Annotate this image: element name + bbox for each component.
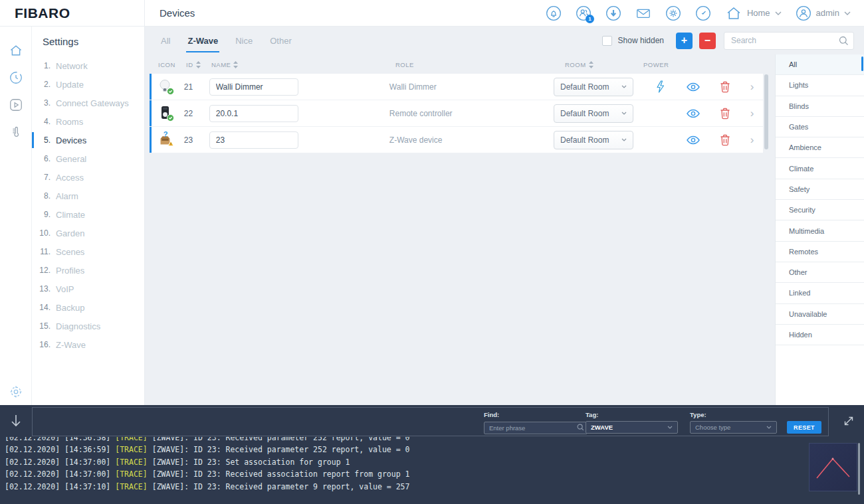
sidebar-item-update[interactable]: 2.Update [32, 75, 144, 94]
device-id: 23 [184, 135, 209, 145]
device-name-input[interactable] [209, 131, 298, 149]
tab-all[interactable]: All [161, 27, 170, 54]
settings-gear-icon[interactable] [665, 5, 681, 21]
sidebar-item-profiles[interactable]: 12.Profiles [32, 261, 144, 280]
sidebar-item-voip[interactable]: 13.VoIP [32, 280, 144, 298]
category-lights[interactable]: Lights [776, 75, 864, 96]
room-select[interactable]: Default Room [554, 131, 633, 149]
category-gates[interactable]: Gates [776, 117, 864, 137]
category-linked[interactable]: Linked [776, 283, 864, 303]
console-scrollbar[interactable] [858, 443, 860, 495]
visibility-button[interactable] [677, 109, 709, 118]
sidebar-item-access[interactable]: 7.Access [32, 168, 144, 187]
expand-console-icon[interactable] [842, 414, 855, 428]
col-name[interactable]: NAME [211, 61, 238, 68]
tab-zwave[interactable]: Z-Wave [187, 27, 218, 54]
users-icon[interactable]: 1 [576, 5, 592, 21]
sidebar-item-connect-gateways[interactable]: 3.Connect Gateways [32, 94, 144, 112]
sort-icon [233, 61, 238, 68]
sidebar-item-scenes[interactable]: 11.Scenes [32, 242, 144, 261]
chevron-down-icon [621, 85, 627, 88]
add-device-button[interactable]: + [676, 33, 693, 49]
category-blinds[interactable]: Blinds [776, 96, 864, 117]
sidebar-item-rooms[interactable]: 4.Rooms [32, 112, 144, 131]
lightning-icon [656, 80, 665, 93]
category-scrollbar[interactable] [861, 56, 863, 71]
find-group: Find: [484, 411, 588, 434]
chevron-down-icon [844, 11, 851, 15]
remove-device-button[interactable]: − [699, 33, 716, 49]
table-row[interactable]: 21 Walli Dimmer Default Room [150, 74, 763, 100]
clock-icon[interactable] [695, 5, 711, 21]
category-climate[interactable]: Climate [776, 158, 864, 179]
sidebar-item-backup[interactable]: 14.Backup [32, 298, 144, 317]
search-input[interactable] [724, 32, 854, 50]
col-id[interactable]: ID [186, 61, 201, 68]
sidebar-item-garden[interactable]: 10.Garden [32, 224, 144, 242]
reset-button[interactable]: RESET [787, 421, 821, 434]
sidebar-item-zwave[interactable]: 16.Z-Wave [32, 335, 144, 354]
sidebar-item-general[interactable]: 6.General [32, 149, 144, 168]
delete-button[interactable] [709, 81, 741, 93]
top-icon-bar: 1 [546, 5, 864, 22]
category-unavailable[interactable]: Unavailable [776, 304, 864, 325]
row-expand-chevron[interactable]: › [741, 107, 763, 120]
rail-home-icon[interactable] [8, 42, 24, 58]
room-select[interactable]: Default Room [554, 104, 633, 123]
rail-climate-icon[interactable] [8, 124, 24, 140]
tag-select[interactable]: ZWAVE [586, 421, 678, 434]
tab-other[interactable]: Other [270, 27, 292, 54]
type-select[interactable]: Choose type [690, 421, 777, 434]
category-hidden[interactable]: Hidden [776, 325, 864, 345]
visibility-button[interactable] [677, 135, 709, 145]
home-selector[interactable]: Home [725, 5, 782, 22]
category-other[interactable]: Other [776, 262, 864, 283]
sidebar-item-climate[interactable]: 9.Climate [32, 205, 144, 224]
notification-badge: 1 [586, 15, 594, 23]
row-expand-chevron[interactable]: › [741, 80, 763, 94]
category-safety[interactable]: Safety [776, 179, 864, 200]
table-scrollbar[interactable] [764, 74, 768, 149]
table-row[interactable]: 22 Remote controller Default Room [150, 100, 763, 127]
room-select[interactable]: Default Room [554, 78, 633, 96]
console-lines: [02.12.2020] [14:36:58][TRACE][ZWAVE]: I… [0, 437, 864, 493]
home-label: Home [747, 8, 770, 18]
category-multimedia[interactable]: Multimedia [776, 220, 864, 241]
category-security[interactable]: Security [776, 200, 864, 220]
sidebar-item-devices[interactable]: 5.Devices [32, 131, 144, 149]
sort-icon [196, 61, 201, 68]
table-row[interactable]: ? ! 23 Z-Wave device Default Room [150, 127, 763, 153]
sidebar-item-network[interactable]: 1.Network [32, 56, 144, 75]
category-remotes[interactable]: Remotes [776, 242, 864, 262]
device-icon-unknown: ? ! [150, 130, 184, 150]
collapse-arrow-icon[interactable] [10, 414, 22, 428]
rail-settings-icon[interactable] [8, 384, 24, 400]
device-name-input[interactable] [209, 78, 298, 96]
visibility-button[interactable] [677, 82, 709, 92]
device-name-input[interactable] [209, 105, 298, 122]
log-line: [02.12.2020] [14:37:00][TRACE][ZWAVE]: I… [5, 456, 864, 468]
console-find-input[interactable] [484, 422, 588, 434]
delete-button[interactable] [709, 108, 741, 120]
eye-icon [687, 109, 700, 118]
main-row: ICON ID NAME ROLE ROOM POWER [145, 54, 864, 405]
delete-button[interactable] [709, 134, 741, 146]
tab-nice[interactable]: Nice [235, 27, 253, 54]
download-icon[interactable] [605, 5, 621, 21]
mail-icon[interactable] [635, 5, 651, 21]
console-panel: Find: Tag: ZWAVE Type: [0, 405, 864, 504]
rail-history-icon[interactable] [8, 70, 24, 86]
alarm-icon[interactable] [546, 5, 562, 21]
chevron-down-icon [775, 11, 782, 15]
category-all[interactable]: All [776, 54, 864, 75]
user-label: admin [816, 8, 839, 18]
sidebar-item-diagnostics[interactable]: 15.Diagnostics [32, 317, 144, 335]
user-menu[interactable]: admin [796, 5, 851, 21]
col-room[interactable]: ROOM [565, 61, 594, 68]
category-ambience[interactable]: Ambience [776, 137, 864, 158]
table-controls: Show hidden + − [602, 32, 854, 50]
row-expand-chevron[interactable]: › [741, 133, 763, 147]
show-hidden-checkbox[interactable] [602, 36, 612, 46]
sidebar-item-alarm[interactable]: 8.Alarm [32, 187, 144, 205]
rail-media-icon[interactable] [8, 97, 24, 113]
